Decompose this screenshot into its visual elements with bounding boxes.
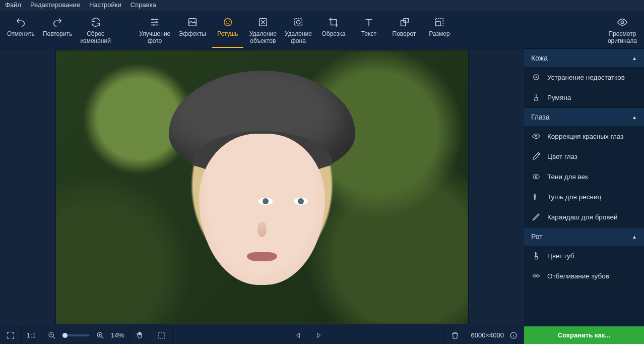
remove-obj-label: Удаление объектов [249,30,277,44]
info-icon[interactable] [508,330,519,341]
menu-settings[interactable]: Настройки [89,1,121,10]
svg-rect-5 [295,19,302,26]
retouch-sidebar: Кожа ▲ Устранение недостатков Румяна Гла… [524,48,644,326]
text-label: Текст [361,30,376,37]
sliders-icon [148,16,162,28]
effects-icon [185,16,200,28]
hand-tool-button[interactable] [135,330,146,341]
zoom-value: 14% [111,331,124,339]
eye-icon [615,16,629,28]
effects-button[interactable]: Эффекты [174,13,210,45]
svg-rect-19 [159,332,165,338]
svg-point-2 [226,21,227,22]
resize-icon [432,16,446,28]
chevron-up-icon: ▲ [632,234,637,240]
svg-point-6 [296,20,300,24]
item-redeye[interactable]: Коррекция красных глаз [524,126,644,146]
bg-icon [291,16,305,28]
undo-label: Отменить [7,30,35,37]
delete-button[interactable] [449,330,461,341]
canvas-area[interactable] [0,48,524,326]
svg-rect-7 [401,20,406,26]
menu-edit[interactable]: Редактирование [30,1,80,10]
mascara-icon [531,192,541,202]
section-mouth[interactable]: Рот ▲ [524,227,644,246]
view-original-button[interactable]: Просмотр оригинала [604,13,641,45]
resize-button[interactable]: Размер [422,13,457,45]
item-brow[interactable]: Карандаш для бровей [524,207,644,227]
effects-label: Эффекты [178,30,206,37]
reset-button[interactable]: Сброс изменений [76,13,114,45]
zoom-slider[interactable] [62,334,90,336]
chevron-up-icon: ▲ [632,114,637,120]
rotate-button[interactable]: Поворот [387,13,422,45]
item-blush[interactable]: Румяна [524,87,644,107]
face-icon [221,16,235,28]
remove-bg-button[interactable]: Удаление фона [281,13,316,45]
retouch-button[interactable]: Ретушь [210,13,245,45]
save-label: Сохранить как... [558,331,610,339]
crop-label: Обрезка [321,30,345,37]
marquee-tool-button[interactable] [156,330,167,341]
original-label: Просмотр оригинала [608,30,637,44]
pencil-icon [531,212,541,222]
redo-button[interactable]: Повторить [39,13,77,45]
section-eyes[interactable]: Глаза ▲ [524,107,644,126]
svg-point-14 [535,135,537,137]
brush-icon [531,92,541,102]
dropper-icon [531,151,541,161]
fullscreen-button[interactable] [5,330,16,341]
crop-icon [327,16,341,28]
undo-icon [14,16,28,28]
enhance-label: Улучшение фото [139,30,170,44]
eye-icon [531,131,541,141]
fit-button[interactable]: 1:1 [27,331,36,339]
menu-file[interactable]: Файл [5,1,21,10]
save-as-button[interactable]: Сохранить как... [524,326,644,345]
section-mouth-label: Рот [531,233,543,241]
prev-button[interactable] [293,330,304,341]
reset-label: Сброс изменений [80,30,110,44]
svg-rect-10 [436,21,440,26]
section-skin[interactable]: Кожа ▲ [524,48,644,67]
rotate-label: Поворот [393,30,416,37]
item-label: Цвет глаз [547,153,577,160]
crop-button[interactable]: Обрезка [316,13,351,45]
item-label: Отбеливание зубов [547,272,609,280]
lipstick-icon [531,251,541,261]
text-button[interactable]: Текст [351,13,387,45]
item-label: Коррекция красных глаз [547,133,624,140]
svg-rect-9 [436,19,443,26]
next-button[interactable] [313,330,324,341]
zoom-in-button[interactable] [95,330,106,341]
remove-objects-button[interactable]: Удаление объектов [245,13,281,45]
item-label: Устранение недостатков [547,74,625,81]
item-label: Румяна [547,94,571,101]
chevron-up-icon: ▲ [632,55,637,61]
svg-point-11 [621,21,624,24]
photo-canvas [55,50,469,324]
redo-label: Повторить [43,30,73,37]
item-whiten[interactable]: Отбеливание зубов [524,266,644,286]
svg-point-1 [224,19,232,26]
menu-help[interactable]: Справка [131,1,156,10]
item-eyecolor[interactable]: Цвет глаз [524,146,644,166]
item-label: Карандаш для бровей [547,213,617,221]
svg-point-13 [536,77,537,78]
undo-button[interactable]: Отменить [3,13,39,45]
eraser-icon [256,16,270,28]
item-lipcolor[interactable]: Цвет губ [524,246,644,266]
enhance-button[interactable]: Улучшение фото [135,13,174,45]
rotate-icon [397,16,411,28]
item-mascara[interactable]: Тушь для ресниц [524,187,644,207]
zoom-out-button[interactable] [46,330,57,341]
svg-point-3 [229,21,230,22]
text-icon [362,16,376,28]
item-eyeshadow[interactable]: Тени для век [524,166,644,187]
reset-icon [89,16,103,28]
item-label: Цвет губ [547,252,574,260]
section-skin-label: Кожа [531,54,548,62]
redo-icon [50,16,65,28]
item-blemish[interactable]: Устранение недостатков [524,67,644,87]
resize-label: Размер [429,30,449,37]
